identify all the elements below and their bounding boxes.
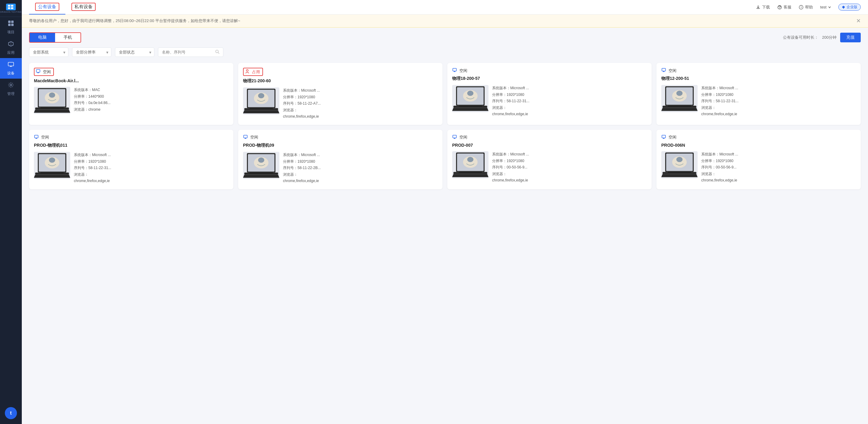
svg-point-23 [246, 70, 248, 71]
device-card[interactable]: 空闲 PROD-006N 系统版本：Microsoft ... 分辨率：1920… [656, 130, 861, 189]
support-label: 客服 [783, 4, 792, 10]
spec-browser: 浏览器：chrome [74, 106, 228, 113]
device-card[interactable]: 空闲 物理12-200-51 系统版本：Microsoft ... 分辨率：19… [656, 63, 861, 125]
device-status-header: 空闲 [34, 68, 54, 76]
spec-browser: 浏览器：chrome,firefox,edge,ie [74, 171, 228, 185]
spec-serial: 序列号：58-11-22-31... [701, 98, 856, 105]
device-specs: 系统版本：Microsoft ... 分辨率：1920*1080 序列号：58-… [283, 88, 438, 120]
spec-serial: 序列号：00-50-56-9... [701, 164, 856, 171]
svg-point-28 [258, 93, 265, 98]
sidebar-item-project[interactable]: 项目 [0, 17, 22, 37]
svg-rect-54 [40, 173, 64, 173]
download-btn[interactable]: 下载 [756, 4, 770, 10]
device-body: 系统版本：MAC 分辨率：1440*900 序列号：0a:0e:b4:86...… [34, 87, 228, 114]
device-specs: 系统版本：Microsoft ... 分辨率：1920*1080 序列号：58-… [492, 85, 647, 118]
svg-rect-22 [40, 108, 64, 108]
svg-point-9 [10, 84, 12, 86]
svg-point-36 [467, 91, 474, 96]
svg-rect-6 [8, 24, 10, 26]
sidebar-item-label-manage: 管理 [7, 91, 14, 96]
time-value: 200分钟 [822, 35, 837, 40]
sidebar-item-label-device: 设备 [7, 71, 14, 76]
logo-icon [6, 4, 16, 10]
status-text: 空闲 [459, 135, 467, 140]
spec-browser: 浏览器：chrome,firefox,edge,ie [492, 171, 647, 184]
sidebar-item-manage[interactable]: 管理 [0, 78, 22, 99]
spec-os: 系统版本：Microsoft ... [492, 85, 647, 92]
svg-rect-8 [8, 62, 13, 66]
device-card[interactable]: 空闲 物理18-200-57 系统版本：Microsoft ... 分辨率：19… [447, 63, 652, 125]
device-body: 系统版本：Microsoft ... 分辨率：1920*1080 序列号：58-… [452, 85, 647, 118]
svg-point-20 [49, 93, 55, 98]
svg-point-44 [676, 91, 683, 96]
device-image [34, 87, 70, 114]
sidebar-item-app[interactable]: 应用 [0, 37, 22, 58]
busy-icon [245, 69, 250, 74]
search-input[interactable] [162, 50, 213, 55]
spec-serial: 序列号：58-11-22-A7... [283, 100, 438, 107]
device-card[interactable]: 空闲 PROD-007 系统版本：Microsoft ... 分辨率：1920*… [447, 130, 652, 189]
svg-rect-38 [459, 106, 482, 107]
device-status-header: 空闲 [452, 135, 647, 140]
user-avatar[interactable]: t [5, 407, 17, 419]
device-type-bar: 电脑 手机 公有设备可用时长： 200分钟 充值 [29, 32, 861, 43]
device-card[interactable]: 空闲 PROD-物理机011 系统版本：Microsoft ... 分辨率：19… [29, 130, 234, 189]
device-image [661, 151, 698, 178]
tab-pc[interactable]: 电脑 [30, 33, 55, 42]
sidebar-item-device[interactable]: 设备 [0, 58, 22, 78]
spec-browser: 浏览器：chrome,firefox,edge,ie [283, 107, 438, 120]
status-icon-wrap [243, 135, 248, 140]
spec-browser: 浏览器：chrome,firefox,edge,ie [492, 105, 647, 118]
tab-public-device[interactable]: 公有设备 [29, 0, 65, 14]
svg-point-52 [49, 158, 55, 163]
spec-serial: 序列号：58-11-22-31... [492, 98, 647, 105]
svg-rect-46 [668, 106, 691, 107]
svg-rect-47 [34, 135, 38, 138]
device-image [661, 85, 698, 112]
device-name: PROD-007 [452, 143, 647, 148]
system-filter[interactable]: 全部系统 [29, 47, 68, 57]
spec-browser: 浏览器：chrome,firefox,edge,ie [701, 105, 856, 118]
device-card[interactable]: 占用 物理21-200-60 系统版本：Microsoft ... 分辨率：19… [238, 63, 442, 125]
device-body: 系统版本：Microsoft ... 分辨率：1920*1080 序列号：58-… [661, 85, 856, 118]
device-card[interactable]: 空闲 MacdeMacBook-Air.l... 系统版本：MAC 分辨率：14… [29, 63, 234, 125]
main-area: 公有设备 私有设备 下载 [22, 0, 868, 424]
public-tab-box: 公有设备 [35, 3, 59, 11]
svg-text:?: ? [801, 6, 802, 9]
idle-icon [243, 135, 248, 139]
status-text: 空闲 [459, 68, 467, 73]
spec-os: 系统版本：Microsoft ... [492, 151, 647, 158]
svg-rect-0 [8, 5, 10, 7]
status-text: 空闲 [41, 135, 49, 140]
device-image [34, 152, 70, 179]
user-menu[interactable]: test [820, 5, 831, 9]
spec-resolution: 分辨率：1920*1080 [283, 159, 438, 165]
svg-rect-70 [459, 172, 482, 173]
spec-os: 系统版本：Microsoft ... [283, 152, 438, 159]
support-btn[interactable]: 客服 [777, 4, 792, 10]
spec-serial: 序列号：0a:0e:b4:86... [74, 100, 228, 106]
help-icon: ? [799, 5, 804, 10]
device-icon [7, 61, 14, 69]
logo-text: DRAGON TESTING [0, 11, 22, 13]
help-btn[interactable]: ? 帮助 [799, 4, 813, 10]
svg-rect-63 [453, 135, 456, 138]
private-tab-label: 私有设备 [74, 4, 93, 9]
status-filter[interactable]: 全部状态 [115, 47, 154, 57]
device-grid: 空闲 MacdeMacBook-Air.l... 系统版本：MAC 分辨率：14… [29, 63, 861, 189]
tab-private-device[interactable]: 私有设备 [65, 0, 102, 14]
tab-mobile[interactable]: 手机 [55, 33, 81, 42]
notice-close-btn[interactable]: ✕ [856, 18, 861, 24]
header-right: 下载 客服 ? 帮助 test [756, 4, 861, 10]
idle-icon [34, 135, 39, 139]
spec-os: 系统版本：MAC [74, 87, 228, 93]
device-status-header: 占用 [243, 68, 263, 76]
svg-rect-1 [11, 5, 13, 7]
svg-point-11 [779, 8, 780, 8]
time-label: 公有设备可用时长： [783, 35, 818, 40]
device-specs: 系统版本：MAC 分辨率：1440*900 序列号：0a:0e:b4:86...… [74, 87, 228, 113]
resolution-filter[interactable]: 全部分辨率 [72, 47, 112, 57]
recharge-button[interactable]: 充值 [840, 33, 861, 42]
device-card[interactable]: 空闲 PROD-物理机09 系统版本：Microsoft ... 分辨率：192… [238, 130, 442, 189]
device-image [243, 88, 279, 115]
